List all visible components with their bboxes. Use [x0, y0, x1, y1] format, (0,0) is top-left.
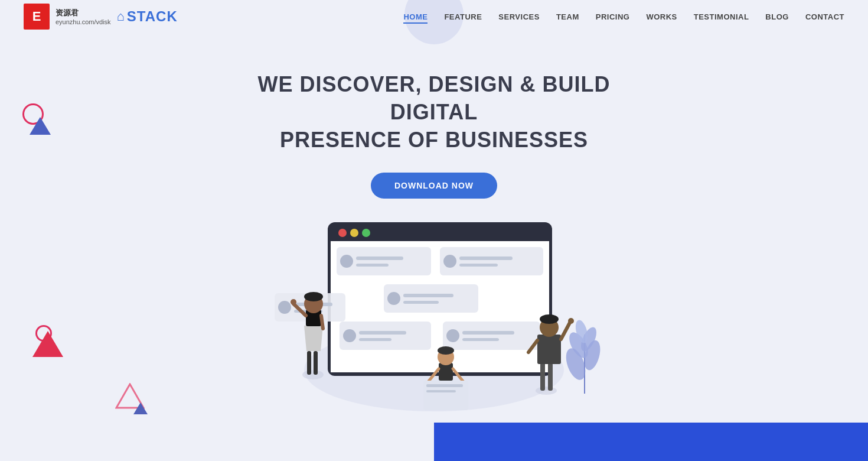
svg-point-44 — [438, 346, 454, 355]
nav-link-contact[interactable]: CONTACT — [805, 12, 844, 21]
nav-link-pricing[interactable]: PRICING — [596, 12, 630, 21]
svg-point-7 — [340, 255, 353, 268]
nav-link-team[interactable]: TEAM — [556, 12, 579, 21]
svg-point-2 — [338, 229, 347, 237]
logo-brand-name: STACK — [127, 8, 178, 25]
svg-point-15 — [387, 292, 400, 305]
logo-box: E — [24, 4, 50, 30]
svg-rect-31 — [307, 351, 311, 375]
nav-item-pricing[interactable]: PRICING — [596, 11, 630, 22]
nav-link-services[interactable]: SERVICES — [498, 12, 540, 21]
hero-title: WE DISCOVER, DESIGN & BUILD DIGITAL PRES… — [227, 71, 641, 154]
svg-point-11 — [443, 255, 456, 268]
svg-rect-53 — [537, 335, 561, 364]
logo-url: eyunzhu.com/vdisk — [56, 18, 111, 25]
nav-link-feature[interactable]: FEATURE — [444, 12, 482, 21]
svg-line-38 — [321, 316, 323, 329]
hero-title-line2: PRESENCE OF BUSINESSES — [280, 128, 588, 152]
svg-rect-17 — [403, 301, 439, 304]
hero-title-line1: WE DISCOVER, DESIGN & BUILD DIGITAL — [257, 72, 610, 124]
download-now-button[interactable]: DOWNLOAD NOW — [371, 173, 497, 199]
svg-rect-41 — [439, 363, 453, 381]
nav-item-contact[interactable]: CONTACT — [805, 11, 844, 22]
svg-marker-66 — [133, 402, 148, 414]
svg-point-27 — [278, 301, 291, 314]
svg-rect-12 — [459, 257, 513, 260]
svg-rect-13 — [459, 264, 498, 267]
deco-triangle-small-blue — [133, 402, 148, 415]
svg-rect-25 — [462, 338, 499, 341]
svg-line-56 — [561, 323, 570, 339]
svg-rect-24 — [462, 331, 514, 335]
svg-rect-9 — [356, 264, 389, 267]
blue-section-bottom — [434, 423, 868, 461]
nav-item-services[interactable]: SERVICES — [498, 11, 540, 22]
nav-link-works[interactable]: WORKS — [646, 12, 677, 21]
logo-cn-name: 资源君 — [56, 8, 111, 18]
deco-triangle-red-bl — [32, 331, 63, 357]
svg-point-3 — [350, 229, 358, 237]
logo-area: E 资源君 eyunzhu.com/vdisk ⌂ STACK — [24, 4, 178, 30]
svg-rect-32 — [314, 351, 318, 375]
nav-item-blog[interactable]: BLOG — [765, 11, 789, 22]
svg-rect-21 — [359, 338, 391, 341]
nav-item-team[interactable]: TEAM — [556, 11, 579, 22]
hero-illustration — [257, 216, 611, 411]
svg-point-39 — [291, 299, 296, 305]
svg-rect-48 — [426, 384, 463, 387]
svg-rect-8 — [356, 257, 403, 260]
svg-rect-49 — [426, 390, 456, 392]
navbar: E 资源君 eyunzhu.com/vdisk ⌂ STACK HOME FEA… — [0, 0, 868, 33]
nav-links: HOME FEATURE SERVICES TEAM PRICING WORKS… — [403, 11, 844, 22]
svg-rect-51 — [540, 363, 545, 391]
svg-point-19 — [343, 329, 356, 342]
svg-point-30 — [302, 370, 324, 379]
logo-text: 资源君 eyunzhu.com/vdisk — [56, 8, 111, 25]
deco-triangle-blue-tl — [30, 117, 51, 135]
logo-brand-icon: ⌂ — [117, 9, 125, 24]
logo-brand: ⌂ STACK — [117, 8, 178, 25]
nav-item-testimonial[interactable]: TESTIMONIAL — [694, 11, 749, 22]
nav-link-testimonial[interactable]: TESTIMONIAL — [694, 12, 749, 21]
svg-rect-16 — [403, 294, 453, 297]
svg-point-36 — [304, 292, 323, 301]
svg-point-23 — [446, 329, 459, 342]
hero-section: WE DISCOVER, DESIGN & BUILD DIGITAL PRES… — [0, 0, 868, 426]
nav-link-blog[interactable]: BLOG — [765, 12, 789, 21]
svg-marker-33 — [304, 326, 323, 351]
svg-point-50 — [536, 387, 557, 395]
svg-point-55 — [540, 314, 559, 324]
svg-rect-20 — [359, 331, 406, 335]
illustration-svg — [257, 216, 611, 411]
nav-item-feature[interactable]: FEATURE — [444, 11, 482, 22]
svg-point-57 — [568, 318, 574, 324]
svg-rect-52 — [548, 363, 553, 391]
nav-link-home[interactable]: HOME — [403, 12, 428, 24]
logo-letter: E — [32, 9, 41, 24]
svg-point-4 — [362, 229, 370, 237]
nav-item-works[interactable]: WORKS — [646, 11, 677, 22]
nav-item-home[interactable]: HOME — [403, 11, 428, 22]
